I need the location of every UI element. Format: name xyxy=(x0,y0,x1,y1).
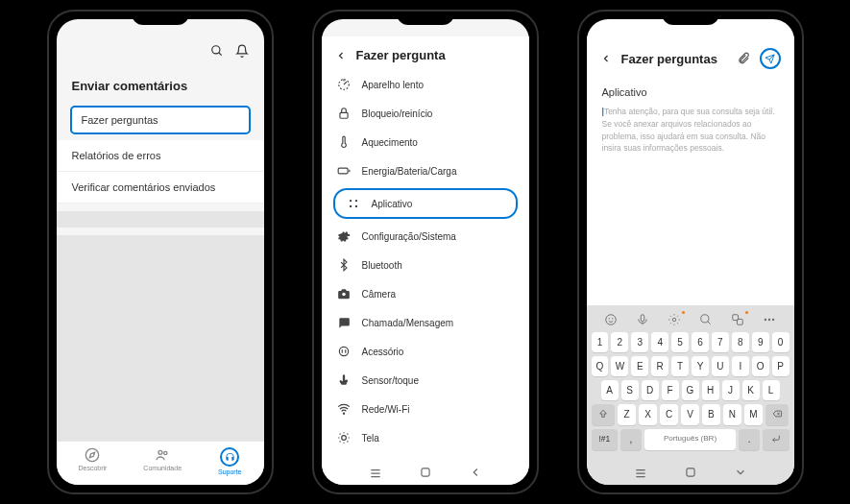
back-nav-icon[interactable] xyxy=(469,466,482,479)
key-X[interactable]: X xyxy=(639,404,657,425)
category-item-7[interactable]: Câmera xyxy=(322,279,529,308)
key-Z[interactable]: Z xyxy=(618,404,636,425)
key-1[interactable]: 1 xyxy=(592,332,609,352)
key-Y[interactable]: Y xyxy=(692,356,709,376)
key-H[interactable]: H xyxy=(702,380,719,400)
category-item-1[interactable]: Bloqueio/reinício xyxy=(322,99,529,128)
period-key[interactable]: . xyxy=(739,429,759,450)
key-3[interactable]: 3 xyxy=(631,332,648,352)
svg-marker-3 xyxy=(90,452,95,457)
key-O[interactable]: O xyxy=(752,356,769,376)
key-2[interactable]: 2 xyxy=(611,332,628,352)
category-item-2[interactable]: Aquecimento xyxy=(322,128,529,156)
key-E[interactable]: E xyxy=(631,356,648,376)
key-8[interactable]: 8 xyxy=(732,332,749,352)
key-5[interactable]: 5 xyxy=(671,332,689,352)
bell-icon[interactable] xyxy=(235,44,249,58)
key-W[interactable]: W xyxy=(611,356,628,376)
svg-point-38 xyxy=(672,318,676,322)
category-item-0[interactable]: Aparelho lento xyxy=(322,70,529,99)
settings-icon[interactable] xyxy=(668,313,681,326)
category-label: Bloqueio/reinício xyxy=(362,108,433,119)
home-icon[interactable] xyxy=(419,466,432,479)
category-item-12[interactable]: Tela xyxy=(322,423,529,452)
compose-input[interactable]: |Tenha atenção, para que sua consulta se… xyxy=(587,106,794,155)
key-U[interactable]: U xyxy=(712,356,729,376)
send-button[interactable] xyxy=(760,48,781,69)
key-G[interactable]: G xyxy=(682,380,699,400)
comma-key[interactable]: , xyxy=(620,429,641,450)
bluetooth-icon xyxy=(337,258,351,272)
recents-icon[interactable] xyxy=(634,466,647,479)
svg-point-18 xyxy=(343,413,344,414)
phone-mockup-1: Enviar comentários Fazer perguntasRelató… xyxy=(47,10,274,494)
home-icon[interactable] xyxy=(684,466,697,479)
key-9[interactable]: 9 xyxy=(752,332,769,352)
page-title: Fazer pergunta xyxy=(356,48,446,62)
more-icon[interactable] xyxy=(763,313,776,326)
enter-key[interactable] xyxy=(763,429,789,450)
key-M[interactable]: M xyxy=(744,404,763,425)
list-item-1[interactable]: Relatórios de erros xyxy=(57,140,264,172)
android-nav-bar xyxy=(322,460,529,485)
apps-icon xyxy=(347,197,360,210)
category-item-9[interactable]: Acessório xyxy=(322,337,529,366)
phone-mockup-2: Fazer pergunta Aparelho lentoBloqueio/re… xyxy=(312,10,539,494)
translate-icon[interactable] xyxy=(731,313,744,326)
back-icon[interactable] xyxy=(600,53,612,64)
key-Q[interactable]: Q xyxy=(592,356,609,376)
backspace-key[interactable] xyxy=(765,404,789,425)
category-item-11[interactable]: Rede/Wi-Fi xyxy=(322,395,529,423)
keyboard-down-icon[interactable] xyxy=(734,466,747,479)
svg-line-40 xyxy=(708,322,711,324)
key-K[interactable]: K xyxy=(742,380,760,400)
screen-1: Enviar comentários Fazer perguntasRelató… xyxy=(57,19,264,485)
key-I[interactable]: I xyxy=(732,356,749,376)
category-item-10[interactable]: Sensor/toque xyxy=(322,366,529,395)
key-C[interactable]: C xyxy=(660,404,678,425)
category-item-6[interactable]: Bluetooth xyxy=(322,251,529,279)
key-N[interactable]: N xyxy=(723,404,741,425)
key-S[interactable]: S xyxy=(621,380,639,400)
category-item-8[interactable]: Chamada/Mensagem xyxy=(322,308,529,337)
keyboard-row-4: !#1 , Português (BR) . xyxy=(590,429,791,450)
key-V[interactable]: V xyxy=(681,404,699,425)
svg-rect-31 xyxy=(421,468,428,476)
search-icon[interactable] xyxy=(210,44,224,58)
key-P[interactable]: P xyxy=(772,356,789,376)
category-item-4[interactable]: Aplicativo xyxy=(333,188,518,219)
list-item-2[interactable]: Verificar comentários enviados xyxy=(57,172,264,204)
emoji-icon[interactable] xyxy=(604,313,618,326)
key-F[interactable]: F xyxy=(662,380,679,400)
numbers-key[interactable]: !#1 xyxy=(592,429,619,450)
key-J[interactable]: J xyxy=(722,380,740,400)
spacer xyxy=(57,235,264,441)
nav-descobrir[interactable]: Descobrir xyxy=(78,447,107,475)
key-7[interactable]: 7 xyxy=(712,332,729,352)
mic-icon[interactable] xyxy=(636,313,649,326)
kbd-search-icon[interactable] xyxy=(699,313,713,326)
category-label: Câmera xyxy=(362,289,397,300)
space-key[interactable]: Português (BR) xyxy=(644,429,737,450)
key-B[interactable]: B xyxy=(702,404,720,425)
svg-point-0 xyxy=(211,46,219,54)
key-A[interactable]: A xyxy=(601,380,619,400)
key-L[interactable]: L xyxy=(763,380,780,400)
key-6[interactable]: 6 xyxy=(692,332,709,352)
list-item-0[interactable]: Fazer perguntas xyxy=(70,106,251,134)
key-4[interactable]: 4 xyxy=(651,332,668,352)
compose-area[interactable] xyxy=(587,155,794,305)
key-T[interactable]: T xyxy=(671,356,689,376)
key-R[interactable]: R xyxy=(651,356,668,376)
category-item-3[interactable]: Energia/Bateria/Carga xyxy=(322,156,529,185)
headset-icon xyxy=(220,447,239,467)
nav-suporte[interactable]: Suporte xyxy=(218,447,242,475)
nav-comunidade[interactable]: Comunidade xyxy=(143,447,182,475)
back-icon[interactable] xyxy=(335,50,347,61)
category-item-5[interactable]: Configuração/Sistema xyxy=(322,222,529,251)
key-D[interactable]: D xyxy=(642,380,659,400)
attach-icon[interactable] xyxy=(737,52,750,65)
shift-key[interactable] xyxy=(592,404,616,425)
key-0[interactable]: 0 xyxy=(772,332,789,352)
recents-icon[interactable] xyxy=(369,466,382,479)
